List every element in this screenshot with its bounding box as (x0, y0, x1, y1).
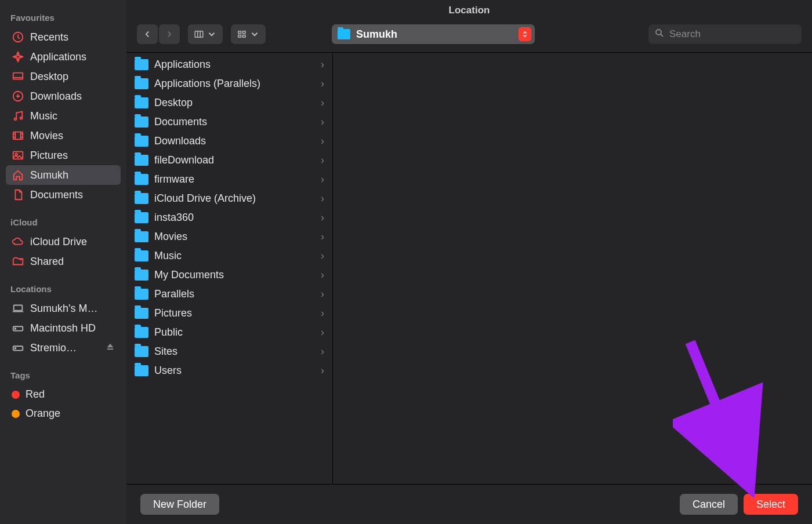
cloud-icon (12, 235, 24, 248)
list-item[interactable]: Desktop› (126, 93, 332, 112)
list-item[interactable]: fileDownload› (126, 151, 332, 170)
sidebar-heading-locations: Locations (10, 284, 116, 294)
sidebar-item-label: Documents (30, 189, 115, 201)
svg-point-9 (20, 259, 22, 261)
sidebar-item-stremio[interactable]: Stremio… (6, 338, 121, 358)
folder-icon (135, 231, 148, 242)
list-item[interactable]: Pictures› (126, 304, 332, 323)
sidebar-item-label: Shared (30, 256, 115, 268)
main-panel: Location Sumukh Search Applications› (126, 0, 812, 524)
documents-icon (12, 188, 24, 201)
sidebar-section-favourites: Favourites Recents Applications Desktop … (6, 13, 121, 205)
list-item[interactable]: Downloads› (126, 132, 332, 151)
sidebar-item-downloads[interactable]: Downloads (6, 86, 121, 106)
updown-icon (519, 27, 531, 41)
list-item[interactable]: insta360› (126, 208, 332, 227)
list-item[interactable]: My Documents› (126, 265, 332, 285)
chevron-right-icon: › (321, 78, 324, 90)
new-folder-button[interactable]: New Folder (140, 494, 219, 515)
search-placeholder: Search (669, 28, 701, 40)
svg-point-14 (15, 348, 16, 349)
list-item[interactable]: Sites› (126, 342, 332, 361)
search-input[interactable]: Search (648, 24, 802, 44)
view-groupby-button[interactable] (231, 24, 266, 44)
sidebar-item-label: Orange (26, 407, 115, 420)
chevron-right-icon: › (321, 326, 324, 339)
svg-rect-16 (238, 31, 241, 34)
svg-point-4 (14, 118, 17, 121)
sidebar-item-label: Sumukh (30, 169, 115, 181)
clock-icon (12, 31, 24, 43)
eject-icon[interactable] (106, 342, 115, 354)
sidebar-item-label: Music (30, 110, 115, 122)
tag-dot-icon (12, 410, 20, 418)
chevron-right-icon: › (321, 192, 324, 205)
chevron-right-icon: › (321, 135, 324, 147)
shared-folder-icon (12, 255, 24, 268)
list-item[interactable]: firmware› (126, 170, 332, 189)
sidebar-item-home[interactable]: Sumukh (6, 165, 121, 185)
list-item[interactable]: Applications› (126, 55, 332, 74)
svg-point-5 (20, 117, 23, 119)
sidebar-item-label: Recents (30, 31, 115, 43)
svg-point-20 (656, 30, 661, 35)
sidebar-item-label: Desktop (30, 71, 115, 83)
sidebar-tag-orange[interactable]: Orange (6, 404, 121, 423)
sidebar-item-music[interactable]: Music (6, 106, 121, 126)
desktop-icon (12, 70, 24, 83)
disk-icon (12, 322, 24, 334)
list-item[interactable]: Public› (126, 323, 332, 342)
select-button[interactable]: Select (744, 494, 798, 515)
sidebar-item-icloud-drive[interactable]: iCloud Drive (6, 232, 121, 252)
window-title: Location (126, 0, 812, 17)
file-column[interactable]: Applications› Applications (Parallels)› … (126, 53, 333, 484)
search-icon (654, 28, 665, 41)
sidebar-item-label: iCloud Drive (30, 236, 115, 248)
svg-rect-10 (14, 305, 23, 311)
sidebar-item-laptop[interactable]: Sumukh's M… (6, 299, 121, 318)
sidebar-section-locations: Locations Sumukh's M… Macintosh HD Strem… (6, 284, 121, 358)
back-button[interactable] (137, 24, 158, 44)
svg-point-1 (16, 55, 20, 59)
sidebar-tag-red[interactable]: Red (6, 385, 121, 404)
chevron-right-icon: › (321, 154, 324, 166)
cancel-button[interactable]: Cancel (680, 494, 738, 515)
sidebar-item-recents[interactable]: Recents (6, 27, 121, 47)
sidebar-item-documents[interactable]: Documents (6, 185, 121, 205)
sidebar-item-desktop[interactable]: Desktop (6, 67, 121, 86)
list-item[interactable]: Parallels› (126, 285, 332, 304)
chevron-right-icon: › (321, 231, 324, 243)
list-item[interactable]: Music› (126, 246, 332, 265)
list-item[interactable]: Documents› (126, 112, 332, 132)
sidebar-heading-favourites: Favourites (10, 13, 116, 23)
chevron-right-icon: › (321, 116, 324, 128)
chevron-right-icon: › (321, 250, 324, 262)
footer: New Folder Cancel Select (126, 484, 812, 524)
chevron-right-icon: › (321, 212, 324, 224)
list-item[interactable]: iCloud Drive (Archive)› (126, 189, 332, 208)
folder-icon (135, 212, 148, 223)
list-item[interactable]: Movies› (126, 227, 332, 246)
list-item[interactable]: Users› (126, 361, 332, 380)
sidebar-item-label: Pictures (30, 150, 115, 162)
svg-rect-18 (238, 35, 241, 38)
sidebar-item-label: Movies (30, 130, 115, 142)
tag-dot-icon (12, 391, 20, 399)
forward-button[interactable] (159, 24, 180, 44)
list-item[interactable]: Applications (Parallels)› (126, 74, 332, 93)
path-dropdown[interactable]: Sumukh (332, 24, 535, 44)
sidebar-item-pictures[interactable]: Pictures (6, 145, 121, 165)
sidebar-section-icloud: iCloud iCloud Drive Shared (6, 217, 121, 271)
folder-icon (135, 174, 148, 185)
view-columns-button[interactable] (188, 24, 223, 44)
home-icon (12, 169, 24, 181)
sidebar-heading-icloud: iCloud (10, 217, 116, 227)
folder-icon (135, 327, 148, 338)
sidebar-item-movies[interactable]: Movies (6, 126, 121, 145)
sidebar-item-applications[interactable]: Applications (6, 47, 121, 67)
file-browser-content: Applications› Applications (Parallels)› … (126, 52, 812, 484)
sidebar: Favourites Recents Applications Desktop … (0, 0, 126, 524)
music-icon (12, 110, 24, 122)
sidebar-item-macintosh-hd[interactable]: Macintosh HD (6, 318, 121, 338)
sidebar-item-shared[interactable]: Shared (6, 252, 121, 271)
